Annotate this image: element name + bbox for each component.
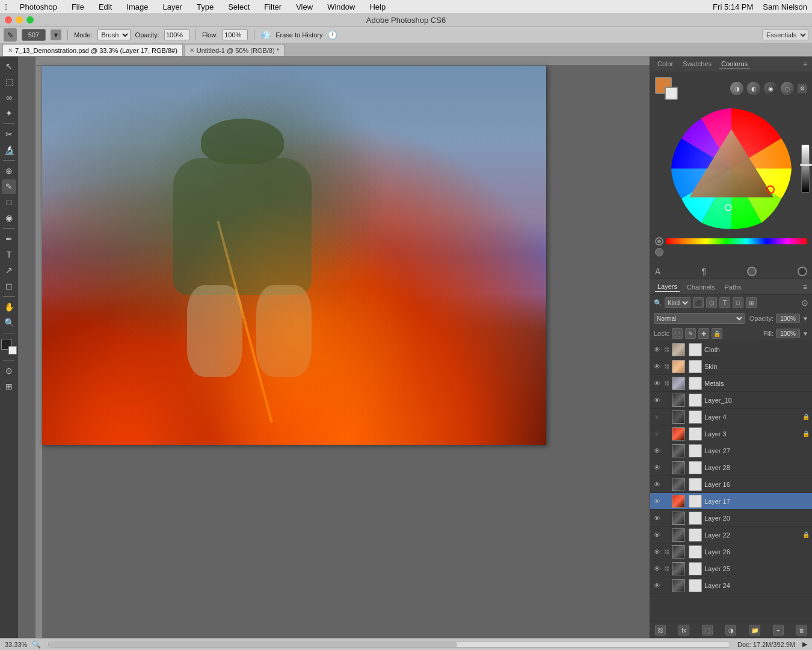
screen-mode[interactable]: ⊞ — [2, 379, 16, 394]
layers-menu-icon[interactable]: ≡ — [803, 283, 807, 291]
history-icon[interactable]: 🕐 — [327, 30, 337, 40]
layer-item-layer16[interactable]: 👁 Layer 16 — [650, 476, 812, 493]
close-button[interactable] — [5, 16, 12, 23]
settings-icon[interactable]: ⚙ — [798, 84, 807, 93]
forward-button[interactable]: ▶ — [802, 640, 807, 648]
fg-bg-color-boxes[interactable] — [655, 77, 678, 100]
opacity-input[interactable] — [164, 29, 189, 40]
marquee-tool[interactable]: ⬚ — [2, 75, 16, 89]
brush-size[interactable]: 507 — [22, 29, 46, 41]
tab-document-2[interactable]: ✕ Untitled-1 @ 50% (RGB/8) * — [184, 44, 285, 56]
layer-item-cloth[interactable]: 👁 ⛓ Cloth — [650, 341, 812, 358]
fill-arrow[interactable]: ▼ — [802, 330, 808, 337]
menu-item-layer[interactable]: Layer — [160, 2, 185, 11]
layer-visibility-cloth[interactable]: 👁 — [653, 345, 661, 354]
layer-visibility-skin[interactable]: 👁 — [653, 362, 661, 371]
brush-tool-icon[interactable]: ✎ — [4, 28, 17, 42]
layers-list[interactable]: 👁 ⛓ Cloth 👁 ⛓ Skin 👁 ⛓ — [650, 341, 812, 622]
move-tool[interactable]: ↖ — [2, 59, 16, 73]
gradient-tool[interactable]: □ — [2, 195, 16, 209]
background-color[interactable] — [8, 346, 17, 354]
eraser-tool[interactable]: ✎ — [2, 179, 16, 194]
text-icon[interactable]: A — [655, 267, 660, 276]
layer-item-layer22[interactable]: 👁 Layer 22 🔒 — [650, 527, 812, 543]
layer-item-layer20[interactable]: 👁 Layer 20 — [650, 510, 812, 527]
crop-tool[interactable]: ✂ — [2, 127, 16, 141]
magic-wand-tool[interactable]: ✦ — [2, 106, 16, 120]
blend-mode-select[interactable]: Normal — [654, 313, 745, 324]
tab-layers[interactable]: Layers — [655, 282, 680, 292]
temp-icon[interactable]: ◌ — [781, 82, 794, 95]
apple-menu[interactable]:  — [5, 2, 8, 11]
hue-slider-track[interactable] — [666, 238, 807, 244]
paragraph-icon[interactable]: ¶ — [701, 267, 706, 276]
layer-visibility-layer22[interactable]: 👁 — [653, 531, 661, 539]
layer-filter-toggle[interactable]: ⊙ — [801, 298, 808, 308]
tab-swatches[interactable]: Swatches — [680, 59, 714, 69]
workspace-select[interactable]: Essentials — [762, 29, 808, 40]
layer-item-layer28[interactable]: 👁 Layer 28 — [650, 459, 812, 476]
dodge-tool[interactable]: ◉ — [2, 211, 16, 225]
layer-filter-shape[interactable]: □ — [733, 297, 743, 308]
tab-paths[interactable]: Paths — [722, 282, 744, 292]
zoom-icon[interactable]: 🔍 — [32, 640, 41, 649]
menu-item-filter[interactable]: Filter — [262, 2, 284, 11]
layer-visibility-layer26[interactable]: 👁 — [653, 548, 661, 556]
lock-all[interactable]: 🔒 — [712, 328, 722, 339]
tab-coolorus[interactable]: Coolorus — [719, 59, 750, 69]
menu-item-edit[interactable]: Edit — [96, 2, 114, 11]
lock-transparent[interactable]: ⬚ — [672, 328, 683, 339]
color-circle-2[interactable] — [798, 267, 807, 276]
path-selection-tool[interactable]: ↗ — [2, 263, 16, 277]
link-layers-button[interactable]: ⛓ — [655, 625, 666, 636]
minimize-button[interactable] — [16, 16, 23, 23]
canvas-area[interactable] — [18, 57, 650, 638]
type-tool[interactable]: T — [2, 247, 16, 262]
fill-value[interactable] — [776, 329, 800, 338]
add-layer-style-button[interactable]: fx — [678, 625, 689, 636]
layer-item-layer27[interactable]: 👁 Layer 27 — [650, 442, 812, 459]
menu-item-file[interactable]: File — [69, 2, 87, 11]
layer-visibility-layer17[interactable]: 👁 — [653, 497, 661, 506]
tab-1-close[interactable]: ✕ — [8, 47, 13, 54]
horizontal-scrollbar[interactable] — [48, 642, 730, 648]
value-icon[interactable]: ◉ — [764, 82, 777, 95]
layer-visibility-layer25[interactable]: 👁 — [653, 565, 661, 573]
new-group-button[interactable]: 📁 — [749, 625, 760, 636]
eyedropper-tool[interactable]: 🔬 — [2, 143, 16, 157]
tab-2-close[interactable]: ✕ — [189, 47, 194, 54]
layer-visibility-layer20[interactable]: 👁 — [653, 514, 661, 522]
layer-filter-type[interactable]: T — [719, 297, 730, 308]
menu-item-type[interactable]: Type — [194, 2, 216, 11]
add-mask-button[interactable]: ⬚ — [702, 625, 713, 636]
layer-visibility-layer4[interactable]: 👁 — [653, 413, 661, 421]
menu-item-window[interactable]: Window — [325, 2, 357, 11]
new-layer-button[interactable]: + — [773, 625, 784, 636]
tab-color[interactable]: Color — [655, 59, 675, 69]
maximize-button[interactable] — [26, 16, 34, 23]
lightness-slider[interactable] — [801, 144, 810, 193]
menu-item-view[interactable]: View — [294, 2, 315, 11]
layer-item-layer26[interactable]: 👁 ⛓ Layer 26 — [650, 543, 812, 560]
lock-pixels[interactable]: ✎ — [685, 328, 696, 339]
menu-item-select[interactable]: Select — [226, 2, 252, 11]
zoom-tool[interactable]: 🔍 — [2, 315, 16, 330]
layer-item-layer25[interactable]: 👁 ⛓ Layer 25 — [650, 560, 812, 577]
canvas-document[interactable] — [42, 66, 546, 445]
quick-mask-mode[interactable]: ⊙ — [2, 364, 16, 378]
layer-filter-adjust[interactable]: ⬡ — [706, 297, 717, 308]
layer-visibility-layer10[interactable]: 👁 — [653, 396, 661, 404]
layer-filter-pixel[interactable]: ⬛ — [693, 297, 704, 308]
layer-visibility-layer28[interactable]: 👁 — [653, 463, 661, 472]
color-mode-dot[interactable] — [655, 248, 663, 256]
brush-picker-icon[interactable]: ▼ — [51, 29, 61, 40]
opacity-arrow[interactable]: ▼ — [802, 315, 808, 322]
layer-item-layer3[interactable]: 👁 Layer 3 🔒 — [650, 426, 812, 442]
color-wheel[interactable] — [665, 102, 798, 235]
menu-item-photoshop[interactable]: Photoshop — [17, 2, 60, 11]
layer-visibility-layer27[interactable]: 👁 — [653, 447, 661, 455]
tab-document-1[interactable]: ✕ 7_13_Demonstration.psd @ 33.3% (Layer … — [2, 44, 183, 56]
color-swatch-area[interactable] — [1, 339, 17, 354]
shape-tool[interactable]: ◻ — [2, 279, 16, 293]
layer-visibility-layer3[interactable]: 👁 — [653, 430, 661, 438]
